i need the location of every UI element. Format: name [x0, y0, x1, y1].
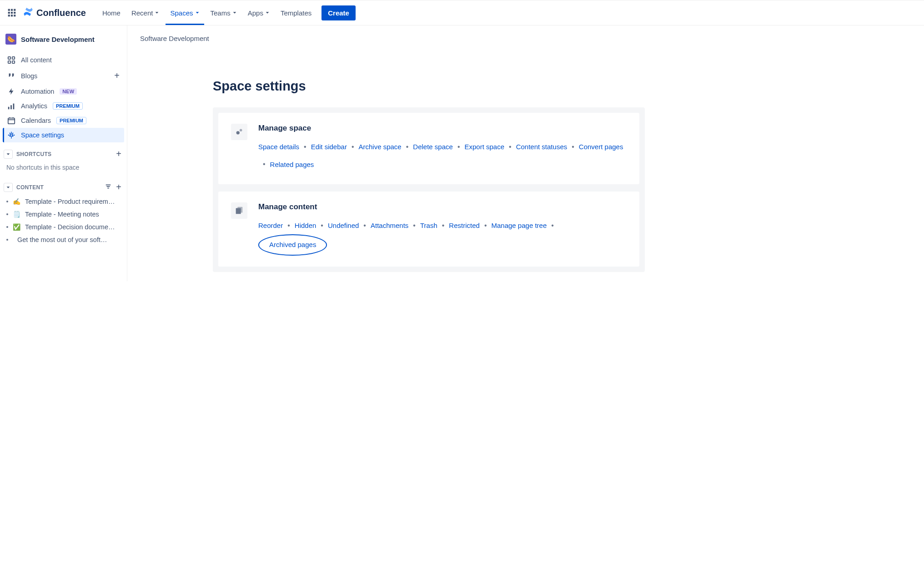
svg-rect-7: [11, 15, 13, 16]
shortcuts-section-header: SHORTCUTS +: [2, 142, 125, 162]
premium-badge: PREMIUM: [53, 102, 83, 110]
space-avatar: 🌭: [5, 34, 16, 45]
page-tree-item[interactable]: Get the most out of your software...: [2, 233, 125, 246]
manage-content-links: Reorder• Hidden• Undefined• Attachments•…: [258, 217, 627, 256]
svg-rect-8: [14, 15, 15, 16]
primary-nav: Home Recent Spaces Teams Apps Templates …: [98, 5, 356, 20]
quote-icon: [7, 72, 15, 80]
nav-teams[interactable]: Teams: [206, 6, 241, 20]
new-badge: NEW: [60, 88, 77, 95]
sidebar-space-settings[interactable]: Space settings: [3, 128, 124, 142]
app-name: Confluence: [36, 8, 86, 18]
premium-badge: PREMIUM: [56, 117, 86, 124]
chart-icon: [7, 102, 15, 110]
collapse-shortcuts-button[interactable]: [4, 150, 13, 159]
create-button[interactable]: Create: [321, 5, 356, 20]
content-section-header: CONTENT +: [2, 176, 125, 195]
chevron-down-icon: [232, 10, 237, 15]
svg-rect-6: [8, 15, 10, 16]
grid-small-icon: [7, 56, 15, 64]
link-manage-page-tree[interactable]: Manage page tree: [492, 217, 547, 234]
svg-rect-27: [237, 207, 242, 213]
chevron-down-icon: [195, 10, 200, 15]
sidebar: 🌭 Software Development All content Blogs…: [0, 25, 127, 281]
link-convert-pages[interactable]: Convert pages: [579, 139, 623, 155]
svg-rect-12: [12, 61, 15, 63]
link-delete-space[interactable]: Delete space: [413, 139, 453, 155]
app-switcher-button[interactable]: [5, 5, 19, 20]
link-export-space[interactable]: Export space: [465, 139, 505, 155]
link-content-statuses[interactable]: Content statuses: [516, 139, 567, 155]
main-content: Software Development Space settings Mana…: [127, 25, 924, 281]
link-undefined[interactable]: Undefined: [328, 217, 359, 234]
filter-content-button[interactable]: [105, 183, 111, 192]
svg-rect-16: [8, 118, 15, 124]
calendar-icon: [7, 116, 15, 125]
nav-recent[interactable]: Recent: [127, 6, 164, 20]
shortcuts-empty: No shortcuts in this space: [2, 162, 125, 176]
link-space-details[interactable]: Space details: [258, 139, 299, 155]
highlight-oval: Archived pages: [258, 234, 327, 255]
page-title: Space settings: [213, 79, 911, 94]
manage-space-card: Manage space Space details• Edit sidebar…: [218, 113, 639, 184]
chevron-down-icon: [265, 10, 270, 15]
link-reorder[interactable]: Reorder: [258, 217, 283, 234]
pages-icon: [231, 202, 247, 219]
svg-rect-15: [13, 104, 15, 110]
svg-rect-1: [11, 9, 13, 11]
svg-rect-5: [14, 12, 15, 14]
link-hidden[interactable]: Hidden: [295, 217, 316, 234]
sidebar-blogs[interactable]: Blogs +: [3, 67, 124, 84]
svg-rect-13: [8, 107, 10, 109]
sidebar-automation[interactable]: Automation NEW: [3, 84, 124, 99]
link-related-pages[interactable]: Related pages: [270, 156, 314, 173]
svg-rect-2: [14, 9, 15, 11]
svg-rect-4: [11, 12, 13, 14]
svg-rect-11: [8, 61, 10, 63]
sidebar-all-content[interactable]: All content: [3, 53, 124, 67]
gear-icon: [7, 131, 15, 139]
space-header[interactable]: 🌭 Software Development: [2, 31, 125, 53]
sidebar-calendars[interactable]: Calendars PREMIUM: [3, 113, 124, 128]
svg-point-25: [240, 129, 242, 132]
collapse-content-button[interactable]: [4, 183, 13, 192]
svg-point-24: [236, 131, 240, 134]
svg-rect-14: [10, 105, 12, 109]
link-archive-space[interactable]: Archive space: [359, 139, 402, 155]
manage-space-links: Space details• Edit sidebar• Archive spa…: [258, 138, 627, 173]
svg-rect-10: [12, 57, 15, 59]
svg-rect-3: [8, 12, 10, 14]
gears-icon: [231, 124, 247, 140]
page-tree-item[interactable]: ✅Template - Decision documen...: [2, 221, 125, 233]
sidebar-analytics[interactable]: Analytics PREMIUM: [3, 99, 124, 113]
nav-templates[interactable]: Templates: [276, 6, 316, 20]
breadcrumb[interactable]: Software Development: [140, 35, 911, 42]
nav-home[interactable]: Home: [98, 6, 125, 20]
nav-spaces[interactable]: Spaces: [166, 6, 204, 20]
space-name: Software Development: [21, 35, 95, 43]
top-nav: Confluence Home Recent Spaces Teams Apps…: [0, 0, 924, 25]
link-trash[interactable]: Trash: [420, 217, 437, 234]
add-content-button[interactable]: +: [116, 182, 121, 192]
grid-icon: [7, 8, 16, 17]
svg-rect-0: [8, 9, 10, 11]
svg-rect-9: [8, 57, 10, 59]
add-blog-button[interactable]: +: [114, 71, 120, 81]
page-tree-item[interactable]: ✍️Template - Product requireme...: [2, 195, 125, 208]
add-shortcut-button[interactable]: +: [116, 149, 121, 159]
link-restricted[interactable]: Restricted: [449, 217, 480, 234]
confluence-icon: [23, 6, 34, 20]
card-title: Manage space: [258, 124, 627, 133]
link-archived-pages[interactable]: Archived pages: [269, 241, 316, 248]
link-edit-sidebar[interactable]: Edit sidebar: [311, 139, 347, 155]
link-attachments[interactable]: Attachments: [371, 217, 408, 234]
card-title: Manage content: [258, 202, 627, 212]
manage-content-card: Manage content Reorder• Hidden• Undefine…: [218, 192, 639, 267]
nav-apps[interactable]: Apps: [243, 6, 274, 20]
bolt-icon: [7, 87, 15, 96]
chevron-down-icon: [155, 10, 159, 15]
page-tree-item[interactable]: 🗒️Template - Meeting notes: [2, 208, 125, 221]
confluence-logo[interactable]: Confluence: [23, 6, 86, 20]
